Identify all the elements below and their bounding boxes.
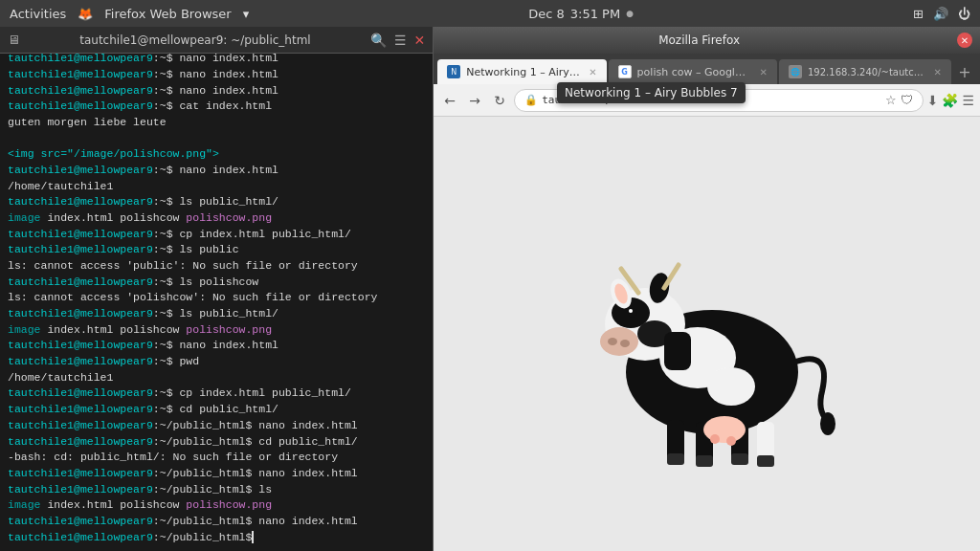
terminal-line: tautchile1@mellowpear9:~/public_html$ ls — [8, 482, 425, 498]
terminal-close-icon[interactable]: ✕ — [413, 33, 425, 48]
firefox-titlebar: Mozilla Firefox ✕ — [434, 27, 980, 54]
forward-button[interactable]: → — [464, 90, 485, 111]
svg-point-2 — [707, 367, 755, 406]
date-label: Dec 8 — [528, 7, 565, 21]
terminal-line: tautchile1@mellowpear9:~/public_html$ na… — [8, 514, 425, 530]
terminal-line: tautchile1@mellowpear9:~$ cp index.html … — [8, 386, 425, 402]
terminal-line: tautchile1@mellowpear9:~$ nano index.htm… — [8, 54, 425, 67]
terminal-line: tautchile1@mellowpear9:~$ nano index.htm… — [8, 338, 425, 354]
navbar-right-icons: ⬇ 🧩 ☰ — [927, 93, 974, 108]
extensions-icon[interactable]: 🧩 — [942, 93, 958, 108]
terminal-titlebar: 🖥 tautchile1@mellowpear9: ~/public_html … — [0, 27, 433, 54]
grid-icon[interactable]: ⊞ — [913, 7, 924, 21]
terminal-line: image index.html polishcow polishcow.png — [8, 497, 425, 514]
terminal-line: /home/tautchile1 — [8, 179, 425, 195]
speaker-icon[interactable]: 🔊 — [933, 7, 948, 21]
time-label: 3:51 PM — [570, 7, 620, 21]
url-bar-icons: ☆ 🛡 — [885, 93, 913, 107]
terminal-line: tautchile1@mellowpear9:~$ nano index.htm… — [8, 83, 425, 99]
browser-label[interactable]: Firefox Web Browser — [104, 7, 231, 21]
terminal-line: tautchile1@mellowpear9:~$ ls public_html… — [8, 194, 425, 210]
new-tab-button[interactable]: + — [953, 59, 976, 84]
svg-rect-21 — [667, 453, 684, 465]
svg-rect-16 — [664, 332, 691, 370]
svg-point-10 — [629, 309, 633, 313]
terminal-line: tautchile1@mellowpear9:~/public_html$ — [8, 530, 425, 546]
firefox-tabs: N Networking 1 – Airy Bubbi… ✕ G polish … — [434, 54, 980, 84]
terminal-line: guten morgen liebe leute — [8, 115, 425, 131]
tab-label-networking: Networking 1 – Airy Bubbi… — [466, 66, 581, 78]
bookmark-icon[interactable]: ☆ — [885, 93, 897, 107]
firefox-icon: 🦊 — [78, 7, 93, 21]
terminal-line: -bash: cd: public_html/: No such file or… — [8, 450, 425, 466]
terminal-line: tautchile1@mellowpear9:~$ ls public — [8, 242, 425, 258]
svg-point-9 — [628, 308, 637, 318]
terminal-line: tautchile1@mellowpear9:~/public_html$ na… — [8, 466, 425, 482]
tab-close-search[interactable]: ✕ — [760, 67, 768, 77]
tab-favicon-local: 🌐 — [789, 65, 802, 78]
tab-favicon-search: G — [618, 65, 632, 78]
power-icon[interactable]: ⏻ — [958, 7, 970, 21]
terminal-line: tautchile1@mellowpear9:~$ cat index.html — [8, 99, 425, 115]
terminal-line: tautchile1@mellowpear9:~$ nano index.htm… — [8, 163, 425, 179]
firefox-close-button[interactable]: ✕ — [957, 33, 972, 48]
svg-point-8 — [620, 340, 630, 347]
terminal-line: tautchile1@mellowpear9:~$ ls polishcow — [8, 275, 425, 291]
terminal-search-icon[interactable]: 🔍 — [370, 33, 387, 48]
svg-rect-22 — [696, 455, 713, 467]
firefox-pane: Mozilla Firefox ✕ N Networking 1 – Airy … — [433, 27, 980, 551]
reload-button[interactable]: ↻ — [489, 90, 510, 111]
cow-image-container — [434, 117, 980, 551]
terminal-body[interactable]: Simple, hardened, Kubernetes for product… — [0, 54, 433, 551]
terminal-line: <img src="/image/polishcow.png"> — [8, 146, 425, 163]
svg-point-28 — [726, 436, 736, 446]
terminal-line: ls: cannot access 'polishcow': No such f… — [8, 290, 425, 306]
tab-close-local[interactable]: ✕ — [934, 67, 942, 77]
system-bar-right: ⊞ 🔊 ⏻ — [913, 7, 970, 21]
dot-indicator: ● — [626, 9, 634, 18]
terminal-title: tautchile1@mellowpear9: ~/public_html — [20, 33, 370, 47]
activities-label[interactable]: Activities — [10, 7, 66, 21]
svg-rect-23 — [731, 453, 748, 465]
tab-networking[interactable]: N Networking 1 – Airy Bubbi… ✕ — [437, 59, 606, 84]
system-bar-left: Activities 🦊 Firefox Web Browser ▾ — [10, 7, 249, 21]
lock-icon: 🔒 — [524, 94, 538, 106]
tab-tooltip: Networking 1 – Airy Bubbles 7 — [557, 82, 746, 103]
menu-icon[interactable]: ☰ — [962, 93, 974, 108]
terminal-line: tautchile1@mellowpear9:~$ nano index.htm… — [8, 67, 425, 83]
terminal-line: tautchile1@mellowpear9:~$ ls public_html… — [8, 306, 425, 322]
tab-close-networking[interactable]: ✕ — [589, 67, 596, 77]
terminal-line: /home/tautchile1 — [8, 370, 425, 386]
tab-search[interactable]: G polish cow – Google Search ✕ — [609, 59, 777, 84]
svg-point-27 — [710, 434, 720, 444]
firefox-window-title: Mozilla Firefox — [441, 33, 957, 47]
terminal-line: image index.html polishcow polishcow.png — [8, 210, 425, 227]
cow-svg — [564, 200, 851, 468]
svg-point-7 — [608, 338, 617, 345]
tab-label-local: 192.168.3.240/~tautchile1/ — [808, 67, 926, 77]
system-bar: Activities 🦊 Firefox Web Browser ▾ Dec 8… — [0, 0, 980, 27]
shield-icon[interactable]: 🛡 — [901, 93, 913, 107]
tab-favicon-networking: N — [447, 65, 460, 78]
svg-point-25 — [820, 412, 835, 435]
terminal-pane: 🖥 tautchile1@mellowpear9: ~/public_html … — [0, 27, 433, 551]
terminal-line: ls: cannot access 'public': No such file… — [8, 258, 425, 275]
terminal-menu-icon[interactable]: ☰ — [394, 33, 407, 48]
terminal-line: image index.html polishcow polishcow.png — [8, 322, 425, 339]
download-icon[interactable]: ⬇ — [927, 93, 939, 108]
firefox-content — [434, 117, 980, 551]
terminal-titlebar-left: 🖥 — [8, 33, 20, 47]
dropdown-icon[interactable]: ▾ — [243, 7, 250, 21]
terminal-line: tautchile1@mellowpear9:~$ pwd — [8, 354, 425, 370]
main-layout: 🖥 tautchile1@mellowpear9: ~/public_html … — [0, 27, 980, 551]
terminal-line: tautchile1@mellowpear9:~$ cp index.html … — [8, 227, 425, 243]
tab-local[interactable]: 🌐 192.168.3.240/~tautchile1/ ✕ — [779, 59, 951, 84]
system-bar-center: Dec 8 3:51 PM ● — [528, 7, 634, 21]
terminal-line: tautchile1@mellowpear9:~/public_html$ cd… — [8, 434, 425, 451]
terminal-titlebar-icons: 🔍 ☰ ✕ — [370, 33, 425, 48]
back-button[interactable]: ← — [439, 90, 460, 111]
svg-point-6 — [600, 327, 638, 356]
terminal-icon: 🖥 — [8, 33, 20, 47]
terminal-line: tautchile1@mellowpear9:~/public_html$ na… — [8, 418, 425, 434]
terminal-line — [8, 131, 425, 147]
